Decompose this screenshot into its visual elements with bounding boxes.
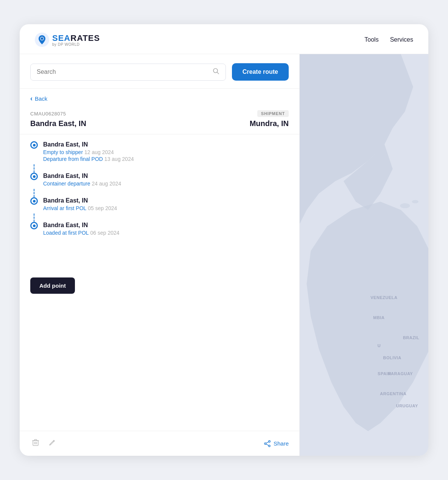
timeline-item: Bandra East, IN Empty to shipper 12 aug … — [30, 141, 289, 173]
add-point-button[interactable]: Add point — [30, 277, 75, 294]
node-dot-inner-3 — [33, 200, 36, 203]
nav-tools[interactable]: Tools — [364, 36, 378, 43]
map-label-brazil: BRAZIL — [403, 335, 419, 340]
node-location-2: Bandra East, IN — [43, 173, 289, 179]
nav-services[interactable]: Services — [390, 36, 413, 43]
node-event-4: Arrival ar first POL 05 sep 2024 — [43, 205, 289, 211]
logo-text-wrap: SEARATES by DP WORLD — [52, 33, 100, 47]
event-date: 12 aug 2024 — [84, 149, 114, 155]
node-col-4 — [30, 222, 38, 229]
map-label-mbia: MBIA — [373, 315, 384, 320]
logo-text: SEARATES — [52, 33, 100, 43]
svg-line-4 — [217, 72, 219, 74]
shipment-id: CMAU0628075 — [30, 111, 66, 117]
left-panel: Create route ‹ Back CMAU0628075 SHIPMENT… — [20, 54, 300, 456]
logo-area: SEARATES by DP WORLD — [35, 33, 100, 47]
search-icon — [213, 68, 219, 76]
svg-point-13 — [264, 443, 266, 444]
node-content: Bandra East, IN Empty to shipper 12 aug … — [43, 141, 289, 164]
shipment-from: Bandra East, IN — [30, 119, 86, 128]
header: SEARATES by DP WORLD Tools Services — [20, 24, 428, 54]
timeline-node-4: Bandra East, IN Loaded at first POL 06 s… — [30, 222, 289, 238]
map-label-paraguay: PARAGUAY — [388, 371, 413, 376]
node-dot-3 — [30, 197, 38, 205]
share-label: Share — [274, 440, 289, 447]
node-event-2: Departure from final POD 13 aug 2024 — [43, 156, 289, 162]
node-dot-2 — [30, 173, 38, 180]
left-footer: Share — [20, 431, 299, 456]
node-connector-3 — [30, 214, 289, 222]
node-event-5: Loaded at first POL 06 sep 2024 — [43, 230, 289, 236]
app-card: SEARATES by DP WORLD Tools Services — [20, 24, 428, 456]
timeline-node: Bandra East, IN Empty to shipper 12 aug … — [30, 141, 289, 164]
event-label-4: Arrival ar first POL — [43, 205, 86, 211]
connector-col-2 — [30, 189, 38, 197]
svg-rect-10 — [34, 439, 37, 441]
timeline-node-3: Bandra East, IN Arrival ar first POL 05 … — [30, 197, 289, 214]
pencil-icon — [48, 439, 56, 446]
main-content: Create route ‹ Back CMAU0628075 SHIPMENT… — [20, 54, 428, 456]
edit-button[interactable] — [47, 437, 58, 450]
event-date-3: 24 aug 2024 — [92, 181, 121, 187]
node-location-3: Bandra East, IN — [43, 197, 289, 204]
shipment-route-row: Bandra East, IN Mundra, IN — [30, 119, 289, 128]
back-link[interactable]: Back — [35, 95, 47, 102]
svg-point-14 — [269, 445, 270, 446]
map-label-bolivia: BOLIVIA — [383, 355, 401, 360]
node-col-2 — [30, 173, 38, 180]
trash-icon — [32, 439, 39, 446]
connector-col — [30, 164, 38, 173]
svg-line-16 — [266, 444, 269, 446]
search-bar-row: Create route — [20, 54, 299, 89]
svg-point-12 — [269, 440, 270, 442]
event-label-5: Loaded at first POL — [43, 230, 89, 236]
node-connector — [30, 164, 289, 173]
search-input[interactable] — [37, 69, 210, 75]
svg-point-2 — [41, 37, 43, 40]
event-date-4: 05 sep 2024 — [88, 205, 117, 211]
timeline-node-2: Bandra East, IN Container departure 24 a… — [30, 173, 289, 189]
event-label-2: Departure from final POD — [43, 156, 103, 162]
node-event: Empty to shipper 12 aug 2024 — [43, 149, 289, 155]
svg-line-15 — [266, 442, 269, 443]
map-labels: VENEZUELA MBIA BRAZIL BOLIVIA SPAIN PARA… — [300, 54, 428, 456]
node-dot-inner — [33, 144, 36, 146]
shipment-badge: SHIPMENT — [257, 110, 289, 117]
delete-button[interactable] — [30, 437, 41, 450]
node-connector-2 — [30, 189, 289, 197]
back-link-row: ‹ Back — [20, 89, 299, 106]
shipment-id-row: CMAU0628075 SHIPMENT — [30, 110, 289, 117]
logo-icon — [35, 33, 49, 47]
node-location-4: Bandra East, IN — [43, 222, 289, 229]
node-dot-inner-2 — [33, 175, 36, 178]
back-arrow-icon: ‹ — [30, 95, 33, 103]
search-bar — [30, 64, 226, 81]
node-content-2: Bandra East, IN Container departure 24 a… — [43, 173, 289, 189]
connector-dashed-2 — [34, 189, 34, 197]
timeline: Bandra East, IN Empty to shipper 12 aug … — [20, 134, 299, 269]
node-content-3: Bandra East, IN Arrival ar first POL 05 … — [43, 197, 289, 214]
event-date-5: 06 sep 2024 — [90, 230, 120, 236]
timeline-item-2: Bandra East, IN Container departure 24 a… — [30, 173, 289, 197]
share-icon — [264, 440, 271, 447]
event-label: Empty to shipper — [43, 149, 83, 155]
node-location: Bandra East, IN — [43, 141, 289, 148]
node-dot-inner-4 — [33, 224, 36, 227]
footer-icons — [30, 437, 58, 450]
create-route-button[interactable]: Create route — [232, 63, 289, 81]
event-label-3: Container departure — [43, 181, 90, 187]
event-date-2: 13 aug 2024 — [104, 156, 134, 162]
connector-dashed-3 — [34, 214, 34, 222]
share-button[interactable]: Share — [264, 440, 289, 447]
node-content-4: Bandra East, IN Loaded at first POL 06 s… — [43, 222, 289, 238]
node-col — [30, 141, 38, 149]
map-label-uruguay: URUGUAY — [396, 404, 418, 408]
connector-col-3 — [30, 214, 38, 222]
node-col-3 — [30, 197, 38, 205]
map-label-venezuela: VENEZUELA — [370, 295, 397, 300]
nav: Tools Services — [364, 36, 413, 43]
shipment-info: CMAU0628075 SHIPMENT Bandra East, IN Mun… — [20, 106, 299, 134]
map-label-argentina: ARGENTINA — [380, 391, 406, 396]
shipment-to: Mundra, IN — [250, 119, 289, 128]
node-dot — [30, 141, 38, 149]
